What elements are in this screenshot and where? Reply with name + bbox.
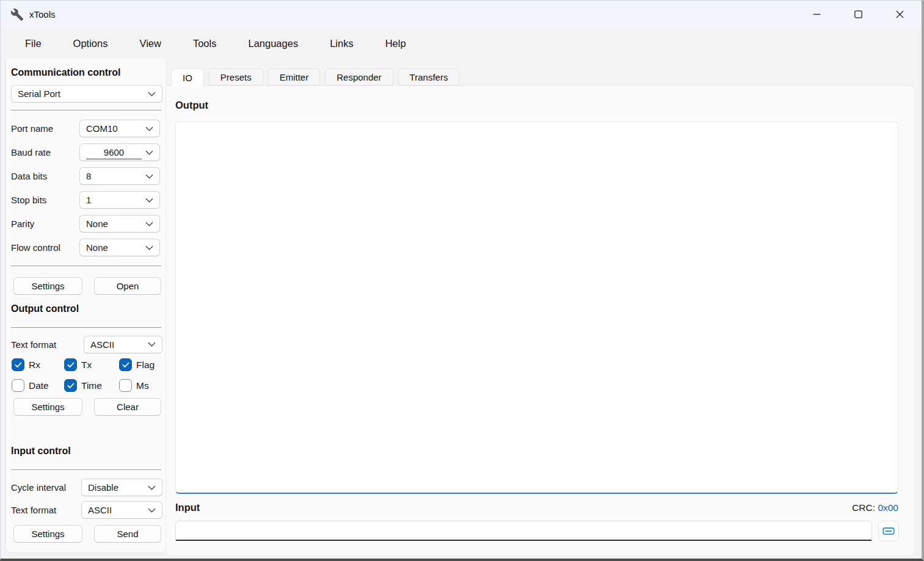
output-control-heading: Output control [11,303,166,314]
parity-label: Parity [11,219,79,229]
checkbox-box [12,379,24,392]
baud-rate-label: Baud rate [11,147,79,157]
input-control-heading: Input control [11,446,166,457]
crc-value: 0x00 [878,502,898,513]
menu-tools[interactable]: Tools [177,34,233,53]
crc-label: CRC: [852,502,875,513]
port-name-row: Port name COM10 [11,117,166,140]
window-controls [802,1,922,28]
input-row [175,521,908,541]
device-type-select[interactable]: Serial Port [11,85,162,103]
input-format-button[interactable] [878,521,899,541]
input-text-format-row: Text format ASCII [11,499,166,521]
content-area: Communication control Serial Port Port n… [1,59,922,559]
output-settings-button[interactable]: Settings [13,398,82,416]
port-name-select[interactable]: COM10 [79,120,160,137]
checkbox-tx[interactable]: Tx [64,358,119,371]
wrench-icon [10,8,24,21]
checkbox-box [64,379,77,392]
output-area[interactable] [175,121,898,494]
chevron-down-icon [148,342,156,347]
tab-emitter[interactable]: Emitter [268,68,321,85]
clear-button[interactable]: Clear [94,398,161,416]
input-section-label: Input [175,502,200,513]
separator [11,110,161,110]
menu-links[interactable]: Links [314,34,369,53]
checkbox-flag[interactable]: Flag [119,358,166,371]
stop-bits-label: Stop bits [11,195,79,205]
checkbox-rx[interactable]: Rx [12,358,64,371]
check-icon [122,362,129,368]
output-text-format-row: Text format ASCII [11,334,166,355]
stop-bits-select[interactable]: 1 [79,191,160,209]
check-icon [67,383,75,389]
cycle-interval-row: Cycle interval Disable [11,476,166,499]
send-button[interactable]: Send [94,525,161,543]
menu-options[interactable]: Options [57,34,124,53]
cycle-interval-select[interactable]: Disable [81,479,162,496]
menu-bar: File Options View Tools Languages Links … [1,28,922,59]
close-icon [896,10,904,18]
checkbox-time[interactable]: Time [64,379,119,392]
app-window: xTools File Options View Tools Languages… [0,0,924,561]
input-text-format-label: Text format [11,505,81,515]
checkbox-box [119,379,132,392]
chevron-down-icon [145,174,153,179]
checkbox-ms[interactable]: Ms [119,379,166,392]
maximize-button[interactable] [844,1,872,28]
communication-control-heading: Communication control [11,67,166,78]
stop-bits-row: Stop bits 1 [11,188,166,212]
tab-bar: IO Presets Emitter Responder Transfers [171,68,459,86]
data-bits-select[interactable]: 8 [79,167,160,185]
chevron-down-icon [145,126,153,131]
minimize-icon [813,10,821,18]
chevron-down-icon [145,198,153,203]
port-name-label: Port name [11,123,79,134]
input-text-format-select[interactable]: ASCII [81,501,162,519]
data-bits-label: Data bits [11,171,79,181]
chevron-down-icon [148,92,156,96]
output-text-format-label: Text format [11,339,84,350]
checkbox-date[interactable]: Date [12,379,64,392]
flow-control-label: Flow control [11,242,79,253]
menu-languages[interactable]: Languages [232,34,314,53]
checkbox-box [12,358,24,371]
parity-row: Parity None [11,212,166,236]
input-header-row: Input CRC: 0x00 [175,502,898,513]
checkbox-box [119,358,132,371]
input-buttons: Settings Send [13,525,166,543]
input-settings-button[interactable]: Settings [13,525,82,543]
tab-presets[interactable]: Presets [209,68,263,85]
cycle-interval-label: Cycle interval [11,482,81,493]
tab-transfers[interactable]: Transfers [398,68,460,85]
title-bar: xTools [1,1,922,28]
flow-control-row: Flow control None [11,236,166,259]
output-text-format-select[interactable]: ASCII [84,336,162,353]
sidebar: Communication control Serial Port Port n… [5,59,167,553]
separator [11,266,161,266]
chevron-down-icon [148,485,156,490]
chevron-down-icon [145,245,153,250]
communication-buttons: Settings Open [13,277,166,295]
open-button[interactable]: Open [94,277,161,295]
parity-select[interactable]: None [79,215,160,233]
chevron-down-icon [145,150,153,155]
communication-settings-button[interactable]: Settings [13,277,82,295]
input-format-icon [882,524,895,538]
menu-help[interactable]: Help [369,34,422,53]
tab-io[interactable]: IO [171,68,204,86]
baud-rate-select[interactable]: 9600 [79,143,160,161]
close-button[interactable] [886,1,914,28]
io-tab-panel: Output Input CRC: 0x00 [166,85,915,556]
flow-control-select[interactable]: None [79,239,160,256]
menu-file[interactable]: File [9,34,57,53]
sidebar-spacer [11,419,166,446]
tab-responder[interactable]: Responder [325,68,393,85]
minimize-button[interactable] [802,1,831,28]
checkbox-box [64,358,77,371]
menu-view[interactable]: View [123,34,176,53]
chevron-down-icon [145,222,153,226]
input-field[interactable] [175,521,872,541]
crc-readout: CRC: 0x00 [852,502,898,513]
separator [11,327,161,328]
